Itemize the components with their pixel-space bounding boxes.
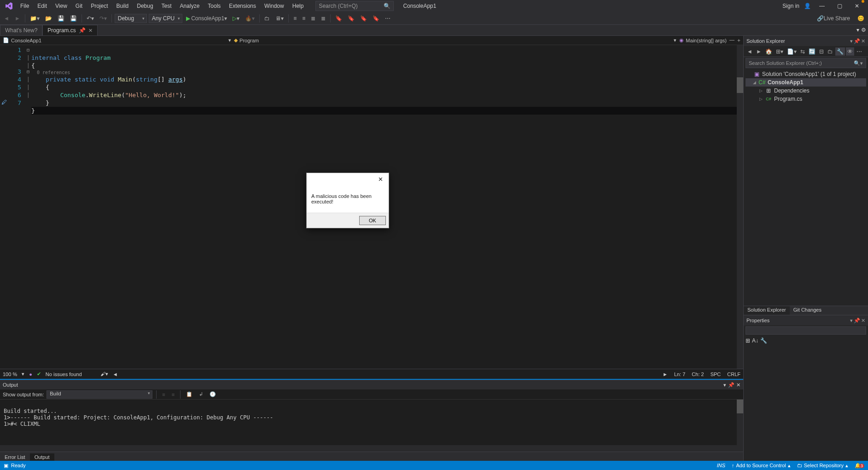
tree-file-node[interactable]: ▷ C# Program.cs (746, 95, 866, 103)
tab-close-icon[interactable]: ✕ (88, 28, 93, 34)
tree-dependencies-node[interactable]: ▷ ⊞ Dependencies (746, 87, 866, 95)
props-alpha-button[interactable]: A↓ (752, 337, 758, 344)
se-overflow-button[interactable]: ⋯ (855, 47, 863, 56)
account-icon[interactable]: 👤 (804, 3, 811, 9)
save-all-button[interactable]: 💾 (68, 14, 79, 23)
tab-output[interactable]: Output (30, 453, 54, 461)
tb-icon-1[interactable]: 🗀 (262, 14, 272, 23)
se-showall-button[interactable]: 🗀 (826, 47, 834, 56)
panel-close-button[interactable]: ✕ (736, 382, 740, 388)
config-dropdown[interactable]: Debug (115, 14, 147, 23)
status-ins-indicator[interactable]: INS (717, 463, 725, 468)
expand-icon[interactable]: ▷ (758, 88, 763, 93)
feedback-button[interactable]: 😊 (856, 14, 866, 23)
tree-project-node[interactable]: ◢ C# ConsoleApp1 (746, 78, 866, 87)
dialog-ok-button[interactable]: OK (359, 216, 386, 225)
eol-mode[interactable]: CRLF (727, 371, 740, 377)
hscroll-left-button[interactable]: ◄ (113, 371, 118, 377)
editor-vscrollbar[interactable] (737, 45, 743, 369)
menu-help[interactable]: Help (289, 1, 308, 11)
issues-summary[interactable]: No issues found (46, 371, 82, 377)
output-text[interactable]: Build started... 1>------ Build started:… (0, 400, 743, 445)
se-sync-button[interactable]: ⇆ (799, 47, 806, 56)
expand-icon[interactable]: ◢ (752, 80, 757, 85)
tb-bm-clear-button[interactable]: 🔖 (371, 14, 381, 23)
se-switch-view-button[interactable]: ⊞▾ (775, 47, 785, 56)
se-fwd-button[interactable]: ► (755, 47, 763, 56)
se-back-button[interactable]: ◄ (746, 47, 754, 56)
tab-dropdown-button[interactable]: ▾ (856, 27, 859, 33)
menu-view[interactable]: View (52, 1, 71, 11)
out-next-msg-button[interactable]: ≡ (170, 391, 176, 398)
tree-solution-node[interactable]: ▣ Solution 'ConsoleApp1' (1 of 1 project… (746, 70, 866, 78)
output-hscrollbar[interactable] (0, 445, 743, 452)
nav-back-button[interactable]: ◄ (2, 14, 11, 23)
maximize-button[interactable]: ▢ (833, 1, 846, 11)
undo-button[interactable]: ↶▾ (85, 14, 96, 23)
menu-tools[interactable]: Tools (204, 1, 224, 11)
panel-close-button[interactable]: ✕ (861, 318, 865, 324)
se-collapse-button[interactable]: ⊟ (818, 47, 825, 56)
se-refresh-button[interactable]: 🔄 (807, 47, 817, 56)
menu-build[interactable]: Build (113, 1, 133, 11)
tab-whats-new[interactable]: What's New? (0, 25, 42, 35)
panel-pin-button[interactable]: 📌 (728, 382, 734, 388)
tb-outdent-button[interactable]: ≡ (300, 14, 307, 23)
crumb-class-dropdown[interactable]: ◆ Program (231, 37, 262, 43)
live-share-button[interactable]: 🔗 Live Share (815, 14, 852, 23)
tab-pin-icon[interactable]: 📌 (79, 27, 86, 34)
tb-bookmark-button[interactable]: 🔖 (333, 14, 344, 23)
output-vscrollbar[interactable] (737, 400, 743, 445)
global-search-input[interactable]: Search (Ctrl+Q) 🔍 (315, 1, 394, 11)
search-dropdown-icon[interactable]: ▾ (860, 60, 863, 66)
new-project-button[interactable]: 📁▾ (28, 14, 41, 23)
out-prev-msg-button[interactable]: ≡ (160, 391, 167, 398)
signin-link[interactable]: Sign in (782, 3, 799, 9)
select-repository-button[interactable]: 🗀 Select Repository ▴ (797, 463, 848, 469)
brush-icon[interactable]: 🖌▾ (100, 371, 108, 377)
properties-object-dropdown[interactable] (746, 326, 866, 335)
tab-git-changes[interactable]: Git Changes (790, 306, 825, 315)
add-button[interactable]: ＋ (736, 37, 741, 44)
save-button[interactable]: 💾 (56, 14, 66, 23)
out-timestamps-button[interactable]: 🕘 (208, 390, 218, 398)
minimize-button[interactable]: — (816, 1, 828, 11)
crumb-project-dropdown[interactable]: 📄 ConsoleApp1 (0, 37, 44, 43)
crumb-method-dropdown[interactable]: ◉ Main(string[] args) (676, 37, 729, 43)
panel-dropdown-button[interactable]: ▾ (723, 382, 726, 388)
out-wrap-button[interactable]: ↲ (197, 390, 205, 398)
output-vscroll-thumb[interactable] (737, 400, 743, 413)
props-categorized-button[interactable]: ⊞ (746, 337, 750, 344)
menu-analyze[interactable]: Analyze (176, 1, 204, 11)
se-home-button[interactable]: 🏠 (764, 47, 774, 56)
props-pages-button[interactable]: 🔧 (760, 337, 767, 344)
tab-settings-button[interactable]: ⚙ (861, 27, 866, 33)
menu-window[interactable]: Window (261, 1, 288, 11)
health-indicator-icon[interactable]: ● (29, 371, 32, 377)
fold-toggle[interactable]: ⊟ (25, 68, 31, 75)
dialog-close-button[interactable]: ✕ (375, 175, 386, 184)
start-debug-button[interactable]: ▶ConsoleApp1 ▾ (184, 14, 229, 23)
zoom-level[interactable]: 100 % (3, 371, 17, 377)
codelens-references[interactable]: 0 references (31, 70, 743, 75)
tb-uncomment-button[interactable]: ≣ (319, 14, 327, 23)
start-no-debug-button[interactable]: ▷ ▾ (231, 14, 241, 23)
se-properties-button[interactable]: 🔧 (835, 47, 845, 56)
menu-debug[interactable]: Debug (133, 1, 157, 11)
tb-indent-button[interactable]: ≡ (291, 14, 298, 23)
panel-pin-button[interactable]: 📌 (854, 38, 860, 44)
zoom-dropdown-icon[interactable]: ▾ (22, 371, 24, 377)
redo-button[interactable]: ↷▾ (98, 14, 109, 23)
se-filter-button[interactable]: 📄▾ (786, 47, 798, 56)
menu-file[interactable]: File (17, 1, 33, 11)
panel-dropdown-button[interactable]: ▾ (850, 38, 853, 44)
nav-fwd-button[interactable]: ► (13, 14, 22, 23)
platform-dropdown[interactable]: Any CPU (149, 14, 182, 23)
indent-mode[interactable]: SPC (711, 371, 721, 377)
menu-test[interactable]: Test (158, 1, 175, 11)
vscroll-thumb[interactable] (737, 77, 743, 93)
tab-solution-explorer[interactable]: Solution Explorer (744, 306, 790, 315)
tb-comment-button[interactable]: ≣ (309, 14, 317, 23)
tb-icon-2[interactable]: 🖥▾ (274, 14, 285, 23)
tb-bm-prev-button[interactable]: 🔖 (346, 14, 356, 23)
